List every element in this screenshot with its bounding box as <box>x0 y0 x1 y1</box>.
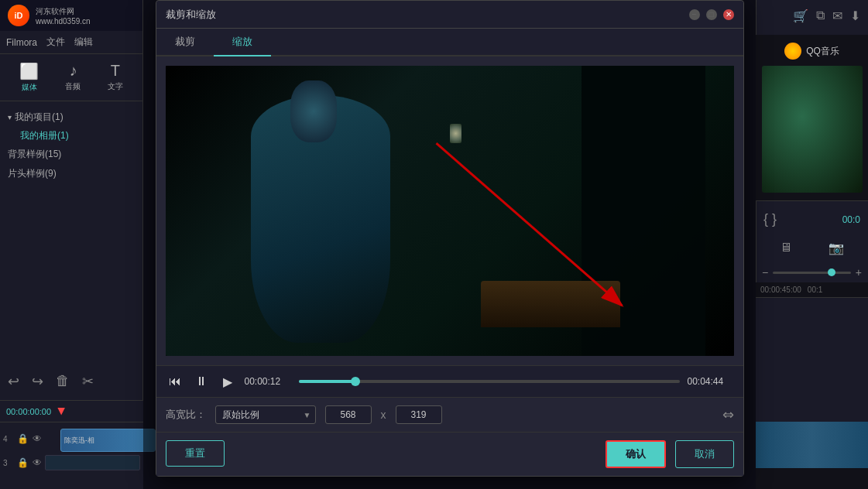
audio-icon: ♪ <box>69 62 77 80</box>
zoom-track[interactable] <box>773 272 851 274</box>
timeline-time-display: 00:00:00:00 <box>6 407 51 416</box>
monitor-icon[interactable]: 🖥 <box>780 241 792 255</box>
app-logo: iD 河东软件网 www.hd0359.cn <box>0 0 142 31</box>
tab-zoom[interactable]: 缩放 <box>214 29 271 56</box>
right-icon-row: 🖥 📷 <box>756 236 868 260</box>
rt-marker-2: 00:1 <box>808 286 822 294</box>
sidebar-icon-bar: ⬜ 媒体 ♪ 音频 T 文字 <box>0 54 142 101</box>
tools-row-1: ↩ ↪ 🗑 ✂ <box>8 373 136 390</box>
tab-crop[interactable]: 裁剪 <box>156 29 214 56</box>
link-dimensions-button[interactable]: ⇔ <box>722 406 734 423</box>
right-sidebar: 🛒 ⧉ ✉ ⬇ QQ音乐 { } 00:0 🖥 📷 − + 00:00:45:0… <box>756 0 868 489</box>
video-controls: ⏮ ⏸ ▶ 00:00:12 00:04:44 <box>156 365 743 397</box>
copy-icon[interactable]: ⧉ <box>816 9 825 22</box>
right-time-display: 00:0 <box>842 214 860 225</box>
qq-logo-area: QQ音乐 <box>784 43 839 60</box>
right-timeline-body <box>756 298 868 468</box>
nav-my-album[interactable]: 我的相册(1) <box>8 127 135 145</box>
close-button[interactable]: ✕ <box>723 9 734 20</box>
modal-overlay: 裁剪和缩放 − □ ✕ 裁剪 缩放 <box>143 0 756 489</box>
camera-icon[interactable]: 📷 <box>829 241 844 255</box>
menu-bar: Filmora 文件 编辑 <box>0 31 142 54</box>
right-controls: { } 00:0 <box>756 205 868 234</box>
crop-zoom-dialog: 裁剪和缩放 − □ ✕ 裁剪 缩放 <box>156 0 744 477</box>
sidebar-media-btn[interactable]: ⬜ 媒体 <box>19 62 39 93</box>
progress-fill <box>299 380 356 383</box>
rt-marker-1: 00:00:45:00 <box>760 286 801 294</box>
track-lock-icon[interactable]: 🔒 <box>17 433 29 444</box>
play-button[interactable]: ▶ <box>218 372 237 391</box>
track-eye-icon-3[interactable]: 👁 <box>33 457 42 468</box>
timeline-header: 00:00:00:00 <box>0 401 143 422</box>
sidebar-text-btn[interactable]: T 文字 <box>108 62 123 93</box>
timeline-area: 00:00:00:00 4 🔒 👁 陈奕迅-相 3 🔒 👁 <box>0 400 143 489</box>
preview-thumbnail <box>762 66 863 193</box>
zoom-control: − + <box>756 263 868 282</box>
scene-table <box>481 281 620 327</box>
track-clip-3 <box>45 455 140 470</box>
cart-icon[interactable]: 🛒 <box>793 9 808 23</box>
footer-left: 重置 <box>166 440 596 468</box>
delete-button[interactable]: 🗑 <box>56 373 70 390</box>
redo-button[interactable]: ↪ <box>32 373 43 390</box>
dialog-window-controls: − □ ✕ <box>689 9 734 20</box>
menu-brand: Filmora <box>6 37 37 48</box>
minimize-button[interactable]: − <box>689 9 700 20</box>
scissors-button[interactable]: ✂ <box>82 373 94 390</box>
height-input[interactable] <box>396 405 442 424</box>
timeline-track-row-3: 3 🔒 👁 <box>0 453 143 472</box>
dialog-tabs: 裁剪 缩放 <box>156 29 743 56</box>
menu-file[interactable]: 文件 <box>46 36 65 49</box>
right-timeline-header: 00:00:45:00 00:1 <box>756 282 868 298</box>
cancel-button[interactable]: 取消 <box>675 440 734 468</box>
left-sidebar: iD 河东软件网 www.hd0359.cn Filmora 文件 编辑 ⬜ 媒… <box>0 0 143 489</box>
zoom-thumb <box>828 268 835 276</box>
nav-bg-samples[interactable]: 背景样例(15) <box>8 145 135 164</box>
width-input[interactable] <box>325 405 372 424</box>
media-icon: ⬜ <box>19 62 39 80</box>
video-scene <box>166 66 734 356</box>
download-icon[interactable]: ⬇ <box>850 9 860 23</box>
video-current-time: 00:00:12 <box>245 376 291 387</box>
logo-icon: iD <box>8 5 29 26</box>
dimension-separator: x <box>381 409 386 421</box>
arrow-icon: ▾ <box>8 113 12 121</box>
progress-thumb[interactable] <box>351 377 360 386</box>
video-total-time: 00:04:44 <box>688 376 734 387</box>
track-number-3: 3 <box>3 459 14 467</box>
zoom-plus-icon[interactable]: + <box>856 266 862 279</box>
crop-controls: 高宽比： 原始比例 ▼ x ⇔ <box>156 397 743 432</box>
scene-head <box>290 80 337 142</box>
aspect-ratio-label: 高宽比： <box>166 408 206 422</box>
nav-header-samples[interactable]: 片头样例(9) <box>8 164 135 183</box>
qq-music-panel: QQ音乐 <box>756 35 868 201</box>
track-lock-icon-3[interactable]: 🔒 <box>17 457 29 468</box>
video-preview <box>166 66 734 356</box>
sidebar-audio-btn[interactable]: ♪ 音频 <box>65 62 81 93</box>
qq-music-label: QQ音乐 <box>806 45 839 58</box>
track-eye-icon[interactable]: 👁 <box>33 433 42 444</box>
pause-button[interactable]: ⏸ <box>192 372 211 391</box>
nav-my-projects[interactable]: ▾ 我的项目(1) <box>8 108 135 127</box>
maximize-button[interactable]: □ <box>706 9 717 20</box>
aspect-ratio-select[interactable]: 原始比例 <box>215 405 316 424</box>
dialog-footer: 重置 确认 取消 <box>156 432 743 476</box>
right-timeline-strip <box>756 422 868 468</box>
bracket-left-icon[interactable]: { } <box>763 211 777 227</box>
zoom-minus-icon[interactable]: − <box>762 266 768 279</box>
right-top-bar: 🛒 ⧉ ✉ ⬇ <box>756 0 868 31</box>
qq-logo <box>784 43 801 60</box>
clip-label: 陈奕迅-相 <box>61 436 94 446</box>
logo-sub: www.hd0359.cn <box>36 17 91 26</box>
menu-edit[interactable]: 编辑 <box>74 36 93 49</box>
skip-back-button[interactable]: ⏮ <box>166 372 184 391</box>
undo-button[interactable]: ↩ <box>8 373 19 390</box>
text-icon: T <box>111 62 120 80</box>
aspect-ratio-wrapper: 原始比例 ▼ <box>215 405 316 424</box>
video-progress-bar[interactable] <box>299 380 680 383</box>
confirm-button[interactable]: 确认 <box>606 440 666 468</box>
timeline-marker <box>57 408 65 415</box>
logo-site: 河东软件网 <box>36 6 91 17</box>
mail-icon[interactable]: ✉ <box>832 9 842 23</box>
reset-button[interactable]: 重置 <box>166 440 225 467</box>
